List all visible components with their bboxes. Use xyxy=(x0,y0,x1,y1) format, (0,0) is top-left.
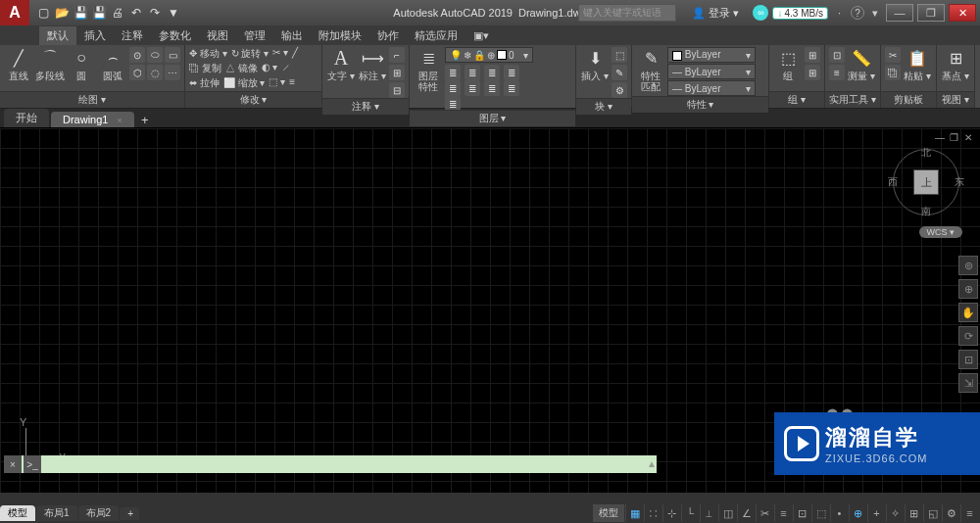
minimize-button[interactable]: — xyxy=(886,4,913,22)
status-model-label[interactable]: 模型 xyxy=(593,504,624,522)
annotate-tool-3[interactable]: ⊟ xyxy=(389,82,405,98)
circle-button[interactable]: ○圆 xyxy=(67,47,96,81)
draw-tool-6[interactable]: ⋯ xyxy=(165,65,180,80)
copy-clip-button[interactable]: ⿻ xyxy=(885,65,901,80)
menu-default[interactable]: 默认 xyxy=(39,26,76,45)
draw-tool-4[interactable]: ⬡ xyxy=(129,65,145,80)
menu-expand-icon[interactable]: ▣▾ xyxy=(466,27,497,44)
close-button[interactable]: ✕ xyxy=(949,4,976,22)
command-input[interactable] xyxy=(41,455,657,473)
nav-orbit-button[interactable]: ⟳ xyxy=(958,326,978,346)
status-btn-15[interactable]: ✧ xyxy=(886,504,904,522)
status-btn-5[interactable]: ⟂ xyxy=(700,504,717,522)
arc-button[interactable]: ⌢圆弧 xyxy=(98,47,127,81)
status-btn-13[interactable]: ⊕ xyxy=(849,504,866,522)
move-button[interactable]: ✥ 移动 ▾ xyxy=(189,47,227,61)
panel-group-title[interactable]: 组 ▾ xyxy=(769,91,824,108)
modify-tool-1[interactable]: ╱ xyxy=(292,47,298,61)
layer-properties-button[interactable]: ≣图层 特性 xyxy=(414,47,443,92)
layer-tool-2[interactable]: ≣ xyxy=(465,65,480,80)
match-properties-button[interactable]: ✎特性 匹配 xyxy=(636,47,665,92)
status-btn-3[interactable]: ⊹ xyxy=(662,504,680,522)
block-tool-3[interactable]: ⚙ xyxy=(612,82,627,98)
status-btn-16[interactable]: ⊞ xyxy=(905,504,922,522)
nav-wheel-button[interactable]: ⊚ xyxy=(958,256,978,275)
help-icon[interactable]: ? xyxy=(851,6,864,20)
annotate-tool-1[interactable]: ⌐ xyxy=(389,47,405,63)
layout-model-tab[interactable]: 模型 xyxy=(0,505,35,521)
layer-tool-5[interactable]: ≣ xyxy=(445,80,461,96)
status-settings-button[interactable]: ⚙ xyxy=(942,504,959,522)
scale-button[interactable]: ⬜ 缩放 ▾ xyxy=(223,76,266,90)
block-tool-2[interactable]: ✎ xyxy=(612,65,627,80)
layer-tool-3[interactable]: ≣ xyxy=(484,65,500,80)
search-box[interactable]: 键入关键字或短语 xyxy=(578,4,676,22)
menu-collaborate[interactable]: 协作 xyxy=(369,26,407,45)
text-button[interactable]: A文字 ▾ xyxy=(326,47,356,81)
qat-open-icon[interactable]: 📂 xyxy=(54,5,70,21)
tab-close-icon[interactable]: × xyxy=(118,116,122,125)
maximize-button[interactable]: ❐ xyxy=(917,4,945,22)
canvas-close-button[interactable]: ✕ xyxy=(964,132,976,144)
modify-tool-3[interactable]: ≡ xyxy=(289,76,295,90)
menu-insert[interactable]: 插入 xyxy=(76,26,114,45)
panel-utilities-title[interactable]: 实用工具 ▾ xyxy=(825,91,880,108)
menu-featured[interactable]: 精选应用 xyxy=(407,26,466,45)
tab-start[interactable]: 开始 xyxy=(4,109,49,127)
status-btn-10[interactable]: ⊡ xyxy=(793,504,810,522)
block-tool-1[interactable]: ⬚ xyxy=(612,47,627,63)
menu-addins[interactable]: 附加模块 xyxy=(311,26,369,45)
menu-manage[interactable]: 管理 xyxy=(236,26,273,45)
paste-button[interactable]: 📋粘贴 ▾ xyxy=(903,47,932,81)
nav-pan-button[interactable]: ✋ xyxy=(958,303,978,322)
wcs-badge[interactable]: WCS ▾ xyxy=(919,226,963,238)
util-tool-1[interactable]: ⊡ xyxy=(829,47,845,63)
qat-dropdown-icon[interactable]: ▼ xyxy=(166,5,181,21)
status-btn-7[interactable]: ∠ xyxy=(737,504,755,522)
status-btn-12[interactable]: • xyxy=(830,504,848,522)
canvas-min-button[interactable]: — xyxy=(935,132,947,144)
copy-button[interactable]: ⿻ 复制 xyxy=(189,62,221,75)
panel-view-title[interactable]: 视图 ▾ xyxy=(937,91,974,108)
layer-tool-8[interactable]: ≣ xyxy=(504,80,519,96)
linetype-combo[interactable]: — ByLayer▾ xyxy=(667,80,756,96)
status-btn-4[interactable]: └ xyxy=(681,504,699,522)
layer-tool-7[interactable]: ≣ xyxy=(484,80,500,96)
viewcube-east[interactable]: 东 xyxy=(955,175,964,189)
layer-tool-6[interactable]: ≣ xyxy=(465,80,480,96)
tab-drawing1[interactable]: Drawing1 × xyxy=(51,112,134,127)
layer-tool-4[interactable]: ≣ xyxy=(504,65,519,80)
qat-saveas-icon[interactable]: 💾 xyxy=(91,5,107,21)
group-button[interactable]: ⬚组 xyxy=(773,47,803,81)
status-btn-9[interactable]: ≡ xyxy=(774,504,792,522)
fillet-button[interactable]: ◐ ▾ xyxy=(262,62,278,75)
nav-zoom-button[interactable]: ⊕ xyxy=(958,279,978,299)
draw-tool-2[interactable]: ⬭ xyxy=(147,47,163,63)
layer-combo[interactable]: 💡 ❄ 🔒 ⊕ 0 ▾ xyxy=(445,47,533,63)
color-combo[interactable]: ByLayer▾ xyxy=(667,47,756,63)
array-button[interactable]: ⬚ ▾ xyxy=(269,76,285,90)
view-cube[interactable]: 上 北 南 东 西 xyxy=(892,148,960,216)
modify-tool-2[interactable]: ⟋ xyxy=(281,62,291,75)
cmd-expand-icon[interactable]: ▲ xyxy=(647,458,657,469)
viewcube-west[interactable]: 西 xyxy=(888,175,898,189)
measure-button[interactable]: 📏测量 ▾ xyxy=(847,47,876,81)
viewcube-south[interactable]: 南 xyxy=(921,205,931,218)
panel-draw-title[interactable]: 绘图 ▾ xyxy=(0,91,184,108)
login-area[interactable]: 👤 登录 ▾ xyxy=(692,6,739,21)
cloud-icon[interactable]: ∞ xyxy=(753,5,768,21)
line-button[interactable]: ╱直线 xyxy=(4,47,33,81)
cmd-close-button[interactable]: × xyxy=(4,455,22,473)
nav-showmotion-button[interactable]: ⊡ xyxy=(958,350,978,369)
draw-tool-1[interactable]: ⊙ xyxy=(129,47,145,63)
status-btn-6[interactable]: ◫ xyxy=(718,504,736,522)
cut-button[interactable]: ✂ xyxy=(885,47,901,63)
insert-button[interactable]: ⬇插入 ▾ xyxy=(580,47,610,81)
group-tool-1[interactable]: ⊞ xyxy=(805,47,820,63)
qat-save-icon[interactable]: 💾 xyxy=(73,5,88,21)
status-btn-8[interactable]: ✂ xyxy=(756,504,773,522)
status-btn-11[interactable]: ⬚ xyxy=(811,504,829,522)
status-menu-button[interactable]: ≡ xyxy=(960,504,978,522)
panel-modify-title[interactable]: 修改 ▾ xyxy=(185,91,321,108)
canvas-max-button[interactable]: ❐ xyxy=(950,132,961,144)
